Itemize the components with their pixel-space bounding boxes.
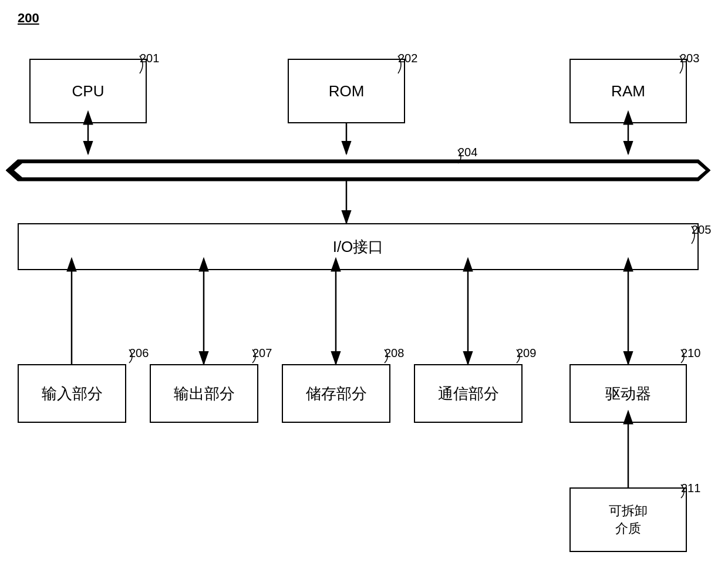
- rom-label: ROM: [329, 82, 365, 100]
- ref-206: 206: [129, 346, 149, 360]
- ram-box: RAM: [569, 59, 687, 123]
- ref-210: 210: [681, 346, 700, 360]
- ref-207: 207: [252, 346, 272, 360]
- removable-label: 可拆卸 介质: [609, 502, 648, 537]
- storage-box: 储存部分: [282, 364, 390, 423]
- driver-box: 驱动器: [569, 364, 687, 423]
- io-label: I/O接口: [333, 237, 384, 257]
- ref-204: 204: [458, 146, 477, 159]
- cpu-label: CPU: [72, 82, 105, 100]
- svg-marker-8: [14, 163, 706, 177]
- storage-label: 储存部分: [306, 383, 367, 404]
- comm-label: 通信部分: [438, 383, 499, 404]
- input-label: 输入部分: [42, 383, 103, 404]
- cpu-box: CPU: [29, 59, 147, 123]
- ref-208: 208: [385, 346, 404, 360]
- ref-209: 209: [517, 346, 536, 360]
- io-box: I/O接口: [18, 223, 699, 270]
- output-label: 输出部分: [174, 383, 235, 404]
- ref-205: 205: [692, 223, 711, 237]
- rom-box: ROM: [288, 59, 405, 123]
- diagram-container: 200 CPU 201 ROM 202 RAM 203 204 I/O接口 20…: [0, 0, 728, 582]
- removable-box: 可拆卸 介质: [569, 487, 687, 552]
- ref-202: 202: [398, 52, 417, 65]
- ref-201: 201: [140, 52, 159, 65]
- ram-label: RAM: [611, 82, 645, 100]
- output-box: 输出部分: [150, 364, 258, 423]
- ref-203: 203: [680, 52, 699, 65]
- input-box: 输入部分: [18, 364, 126, 423]
- svg-marker-7: [6, 160, 710, 181]
- comm-box: 通信部分: [414, 364, 523, 423]
- ref-211: 211: [681, 482, 700, 495]
- diagram-id-label: 200: [18, 11, 39, 26]
- driver-label: 驱动器: [605, 383, 651, 404]
